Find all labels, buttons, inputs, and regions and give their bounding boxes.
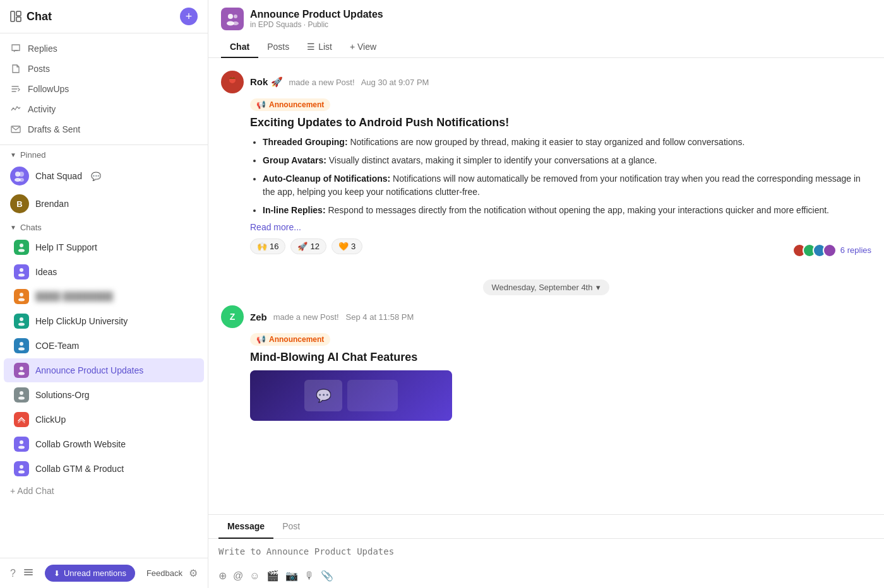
main-panel: Announce Product Updates in EPD Squads ·… [208, 0, 884, 588]
svg-rect-1 [16, 11, 21, 16]
clap-count: 16 [270, 242, 278, 251]
svg-point-12 [20, 293, 23, 297]
list-item: Group Avatars: Visually distinct avatars… [263, 154, 871, 167]
read-more-link[interactable]: Read more... [250, 222, 871, 232]
svg-rect-2 [16, 17, 21, 21]
channel-sub: in EPD Squads · Public [250, 20, 383, 29]
reaction-heart[interactable]: 🧡 3 [332, 238, 362, 254]
svg-point-5 [19, 172, 24, 177]
feedback-button[interactable]: Feedback [146, 568, 182, 578]
sidebar-header-left: Chat [10, 10, 52, 23]
sidebar-panel-icon [10, 11, 21, 22]
posts-icon [10, 63, 21, 74]
date-pill[interactable]: Wednesday, September 4th ▾ [483, 279, 610, 295]
activity-icon [10, 103, 21, 115]
svg-point-19 [18, 372, 25, 375]
nav-replies[interactable]: Replies [0, 38, 208, 59]
add-icon[interactable]: ⊕ [218, 570, 227, 582]
sidebar-nav: Replies Posts FollowUps Activity Drafts … [0, 33, 208, 145]
tab-chat[interactable]: Chat [221, 37, 258, 58]
add-chat-link[interactable]: + Add Chat [0, 481, 208, 500]
chat-item-help-it[interactable]: Help IT Support [4, 235, 204, 259]
chat-item-clickup[interactable]: ClickUp [4, 408, 204, 432]
help-icon[interactable]: ? [10, 568, 16, 579]
svg-point-7 [19, 178, 24, 182]
collab-gtm-label: Collab GTM & Product [35, 464, 194, 474]
tab-view[interactable]: + View [341, 37, 385, 58]
svg-point-18 [20, 367, 23, 370]
add-chat-label: + Add Chat [10, 486, 54, 496]
input-tabs: Message Post [208, 515, 884, 539]
chat-item-ideas[interactable]: Ideas [4, 260, 204, 284]
svg-point-8 [20, 244, 23, 247]
replies-icon [10, 43, 21, 54]
attach-icon[interactable]: 📎 [321, 570, 333, 582]
svg-point-34 [227, 86, 238, 91]
chats-section-header[interactable]: ▼ Chats [0, 218, 208, 235]
mic-icon[interactable]: 🎙 [304, 570, 314, 582]
chat-item-collab-growth[interactable]: Collab Growth Website [4, 432, 204, 456]
input-bottom: ⊕ @ ☺ 🎬 📷 🎙 📎 [208, 566, 884, 588]
nav-followups[interactable]: FollowUps [0, 79, 208, 99]
coe-avatar [14, 338, 29, 353]
sidebar-header: Chat + [0, 0, 208, 33]
announce-label: Announce Product Updates [35, 365, 194, 375]
chat-item-collab-gtm[interactable]: Collab GTM & Product [4, 457, 204, 481]
unread-mentions-button[interactable]: ⬇ Unread mentions [45, 565, 135, 582]
svg-point-23 [18, 446, 25, 449]
channel-name: Announce Product Updates [250, 9, 383, 20]
chat-item-announce[interactable]: Announce Product Updates [4, 358, 204, 382]
nav-drafts-label: Drafts & Sent [28, 124, 80, 134]
reaction-clap[interactable]: 🙌 16 [250, 238, 285, 254]
video-icon[interactable]: 📷 [285, 570, 298, 582]
input-tab-message[interactable]: Message [218, 515, 273, 539]
message-body-2: 📢 Announcement Mind-Blowing AI Chat Feat… [250, 333, 871, 421]
rocket-count: 12 [310, 242, 319, 251]
svg-point-10 [20, 268, 23, 272]
tab-posts[interactable]: Posts [258, 37, 298, 58]
chat-item-blurred[interactable]: ████ ████████ [4, 285, 204, 309]
chat-item-solutions[interactable]: Solutions-Org [4, 383, 204, 407]
pinned-chat-squad[interactable]: Chat Squad 💬 [0, 162, 208, 190]
gif-icon[interactable]: 🎬 [266, 570, 279, 582]
nav-posts[interactable]: Posts [0, 59, 208, 79]
sidebar-footer: ? ⬇ Unread mentions Feedback ⚙ [0, 558, 208, 588]
svg-point-25 [18, 471, 25, 474]
reaction-rocket[interactable]: 🚀 12 [290, 238, 326, 254]
replies-info-1[interactable]: 6 replies [792, 244, 871, 257]
bullet-list-1: Threaded Grouping: Notifications are now… [250, 136, 871, 217]
input-tab-post[interactable]: Post [273, 515, 309, 539]
nav-followups-label: FollowUps [28, 84, 69, 94]
clickup-label: ClickUp [35, 415, 194, 425]
nav-drafts[interactable]: Drafts & Sent [0, 119, 208, 139]
emoji-icon[interactable]: ☺ [249, 570, 260, 582]
svg-point-29 [228, 14, 233, 19]
message-body-1: 📢 Announcement Exciting Updates to Andro… [250, 98, 871, 259]
nav-activity[interactable]: Activity [0, 99, 208, 119]
list-icon[interactable] [23, 567, 33, 580]
chat-item-help-clickup[interactable]: Help ClickUp University [4, 309, 204, 333]
pinned-brendan[interactable]: B Brendan [0, 190, 208, 218]
collab-growth-avatar [14, 437, 29, 452]
chats-chevron: ▼ [10, 224, 16, 231]
at-icon[interactable]: @ [233, 570, 243, 582]
pinned-section-header[interactable]: ▼ Pinned [0, 145, 208, 162]
chat-item-coe[interactable]: COE-Team [4, 334, 204, 358]
announcement-badge-1: 📢 Announcement [250, 98, 330, 111]
tab-list[interactable]: ☰ List [298, 37, 341, 58]
blurred-label: ████ ████████ [35, 291, 194, 302]
svg-point-32 [232, 21, 239, 25]
chats-section-label: Chats [20, 223, 42, 232]
help-clickup-avatar [14, 314, 29, 329]
message-footer-1: 🙌 16 🚀 12 🧡 3 [250, 238, 871, 259]
add-chat-button[interactable]: + [180, 8, 198, 25]
heart-count: 3 [351, 242, 355, 251]
ideas-avatar [14, 264, 29, 279]
help-it-avatar [14, 240, 29, 255]
chat-squad-label: Chat Squad [35, 171, 82, 181]
settings-icon[interactable]: ⚙ [189, 567, 198, 579]
arrow-down-icon: ⬇ [54, 569, 60, 578]
message-input[interactable] [218, 546, 874, 556]
msg1-action: made a new Post! Aug 30 at 9:07 PM [289, 78, 429, 87]
message-group-2: Z Zeb made a new Post! Sep 4 at 11:58 PM… [208, 305, 884, 431]
